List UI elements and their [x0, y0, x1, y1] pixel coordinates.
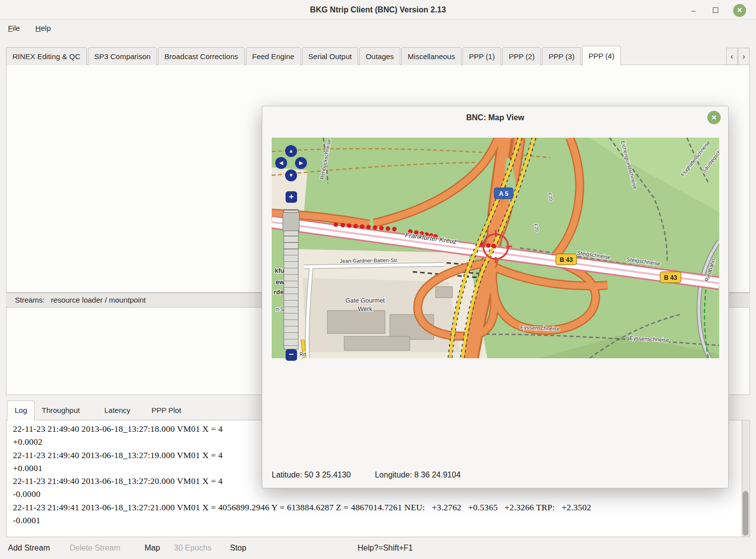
- tab-bar: RINEX Editing & QC SP3 Comparison Broadc…: [6, 46, 724, 65]
- menu-file[interactable]: File: [2, 20, 25, 36]
- tab-miscellaneous[interactable]: Miscellaneous: [401, 47, 461, 65]
- log-line: -0.0000: [13, 487, 738, 500]
- longitude-value: Longitude: 8 36 24.9104: [375, 471, 461, 479]
- map-label-gate-gourmet-werk: Werk: [358, 306, 373, 313]
- window-title: BKG Ntrip Client (BNC) Version 2.13: [0, 0, 756, 20]
- toolbar-item-0[interactable]: Add Stream: [8, 537, 50, 559]
- minimize-button[interactable]: –: [687, 4, 700, 17]
- bottom-toolbar: Add Stream Delete Stream Map 30 Epochs S…: [0, 537, 756, 559]
- pan-right-button[interactable]: ▶: [295, 157, 307, 169]
- log-line: -0.0001: [13, 514, 738, 527]
- dialog-close-button[interactable]: ✕: [707, 111, 721, 124]
- log-line: 22-11-23 21:49:41 2013-06-18_13:27:21.00…: [13, 501, 738, 514]
- menu-help[interactable]: Help: [30, 20, 56, 36]
- toolbar-item-3: 30 Epochs: [174, 537, 212, 559]
- tab-latency[interactable]: Latency: [104, 400, 131, 420]
- a5-road-shield: A 5: [494, 188, 513, 199]
- map-label-jean-gardner: Jean-Gardner-Batten-Str.: [340, 257, 398, 264]
- pan-down-button[interactable]: ▼: [285, 169, 297, 181]
- tab-rinex-editing-qc[interactable]: RINEX Editing & QC: [6, 47, 87, 65]
- help-shortcut-label: Help?=Shift+F1: [358, 537, 413, 559]
- menubar: File Help: [0, 20, 756, 38]
- map-label-rd-fragment: Rd.: [300, 352, 307, 357]
- zoom-in-button[interactable]: +: [286, 191, 297, 203]
- latitude-value: Latitude: 50 3 25.4130: [272, 471, 351, 479]
- tab-feed-engine[interactable]: Feed Engine: [246, 47, 301, 65]
- tab-broadcast-corrections[interactable]: Broadcast Corrections: [158, 47, 244, 65]
- svg-text:B 43: B 43: [664, 274, 677, 281]
- tab-serial-output[interactable]: Serial Output: [302, 47, 359, 65]
- svg-text:A 5: A 5: [499, 190, 509, 197]
- zoom-out-button[interactable]: −: [286, 349, 297, 361]
- tab-scroll-right-button[interactable]: ›: [738, 48, 750, 65]
- b43-road-shield: B 43: [556, 254, 577, 265]
- toolbar-item-4[interactable]: Stop: [230, 537, 246, 559]
- close-button[interactable]: ✕: [733, 4, 746, 17]
- map-canvas[interactable]: A 5 B 43 B 43 Frankfurter Kreuz Jean-Gar…: [272, 138, 719, 358]
- dialog-title: BNC: Map View: [262, 106, 728, 129]
- pan-left-button[interactable]: ◀: [275, 157, 287, 169]
- map-frame: A 5 B 43 B 43 Frankfurter Kreuz Jean-Gar…: [272, 138, 719, 358]
- dialog-titlebar[interactable]: BNC: Map View ✕: [262, 106, 728, 129]
- maximize-button[interactable]: [709, 4, 722, 17]
- zoom-slider-handle[interactable]: [283, 212, 300, 231]
- b43-road-shield: B 43: [660, 272, 681, 283]
- tab-ppp-4[interactable]: PPP (4): [582, 46, 621, 66]
- tab-ppp-2[interactable]: PPP (2): [502, 47, 541, 65]
- pan-up-button[interactable]: ▲: [285, 145, 297, 157]
- tab-ppp-plot[interactable]: PPP Plot: [151, 400, 181, 420]
- map-view-dialog: BNC: Map View ✕: [262, 106, 729, 488]
- toolbar-item-2[interactable]: Map: [145, 537, 160, 559]
- toolbar-item-1: Delete Stream: [70, 537, 120, 559]
- tab-scroll-left-button[interactable]: ‹: [726, 48, 738, 65]
- tab-ppp-1[interactable]: PPP (1): [462, 47, 501, 65]
- log-scrollbar-thumb[interactable]: [743, 491, 749, 536]
- svg-text:B 43: B 43: [560, 256, 573, 263]
- tab-log[interactable]: Log: [7, 400, 35, 420]
- map-label-gate-gourmet: Gate Gourmet: [345, 297, 385, 304]
- window-titlebar[interactable]: BKG Ntrip Client (BNC) Version 2.13 – ✕: [0, 0, 756, 20]
- tab-ppp-3[interactable]: PPP (3): [542, 47, 581, 65]
- tab-sp3-comparison[interactable]: SP3 Comparison: [88, 47, 157, 65]
- tab-outages[interactable]: Outages: [359, 47, 400, 65]
- tab-throughput[interactable]: Throughput: [42, 400, 80, 420]
- maximize-icon: [713, 7, 718, 13]
- coordinate-readout: Latitude: 50 3 25.4130 Longitude: 8 36 2…: [272, 471, 460, 479]
